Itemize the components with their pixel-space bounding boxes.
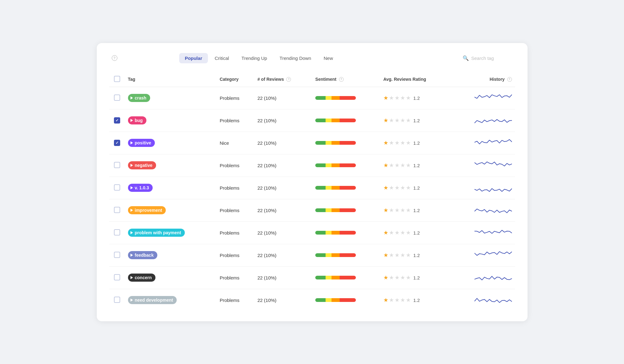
table-row: problem with payment Problems 22 (10%) ★… — [109, 221, 515, 244]
reviews-cell: 22 (10%) — [254, 289, 312, 311]
play-icon — [130, 119, 133, 122]
tab-new[interactable]: New — [318, 53, 339, 63]
history-help-icon[interactable]: ? — [507, 77, 512, 82]
play-icon — [130, 276, 133, 279]
sentiment-neutral — [326, 208, 332, 212]
tab-popular[interactable]: Popular — [179, 53, 208, 63]
table-row: feedback Problems 22 (10%) ★★★★★1.2 — [109, 244, 515, 266]
star-empty: ★ — [400, 274, 405, 281]
title-help-icon[interactable]: ? — [112, 55, 117, 61]
sentiment-positive — [315, 276, 326, 279]
sentiment-mixed — [332, 298, 340, 302]
star-rating: ★★★★★1.2 — [383, 95, 420, 101]
tag-pill[interactable]: positive — [128, 139, 155, 147]
row-checkbox[interactable] — [114, 140, 120, 146]
play-icon — [130, 209, 133, 212]
star-rating: ★★★★★1.2 — [383, 297, 420, 303]
star-empty: ★ — [406, 297, 411, 303]
row-checkbox[interactable] — [114, 207, 120, 213]
select-all-checkbox[interactable] — [114, 76, 120, 82]
search-input[interactable] — [471, 56, 515, 61]
table-row: bug Problems 22 (10%) ★★★★★1.2 — [109, 109, 515, 132]
row-checkbox-cell — [109, 177, 125, 199]
col-sentiment: Sentiment ? — [312, 72, 380, 87]
star-filled: ★ — [383, 252, 388, 259]
row-checkbox-cell — [109, 289, 125, 311]
star-empty: ★ — [395, 184, 400, 191]
sentiment-neutral — [326, 253, 332, 257]
sentiment-bar — [315, 163, 356, 167]
category-cell: Problems — [217, 289, 254, 311]
rating-cell: ★★★★★1.2 — [380, 221, 451, 244]
rating-number: 1.2 — [413, 298, 420, 303]
tag-cell: improvement — [125, 199, 217, 221]
row-checkbox[interactable] — [114, 252, 120, 258]
sentiment-bar — [315, 119, 356, 122]
search-box[interactable]: 🔍 — [463, 55, 515, 61]
star-empty: ★ — [395, 229, 400, 236]
sentiment-negative — [340, 186, 356, 190]
tag-label: feedback — [135, 253, 154, 258]
rating-number: 1.2 — [413, 208, 420, 213]
sentiment-help-icon[interactable]: ? — [339, 77, 344, 82]
rating-number: 1.2 — [413, 253, 420, 258]
tab-critical[interactable]: Critical — [209, 53, 235, 63]
tag-pill[interactable]: bug — [128, 116, 147, 124]
row-checkbox[interactable] — [114, 229, 120, 235]
tag-label: crash — [135, 95, 146, 100]
table-row: negative Problems 22 (10%) ★★★★★1.2 — [109, 154, 515, 177]
sentiment-bar — [315, 96, 356, 100]
star-empty: ★ — [395, 162, 400, 169]
row-checkbox[interactable] — [114, 117, 120, 124]
header-checkbox-cell — [109, 72, 125, 87]
row-checkbox[interactable] — [114, 162, 120, 168]
star-empty: ★ — [400, 95, 405, 101]
star-rating: ★★★★★1.2 — [383, 117, 420, 124]
sentiment-cell — [312, 221, 380, 244]
tab-bar: PopularCriticalTrending UpTrending DownN… — [179, 53, 339, 63]
tag-pill[interactable]: v. 1.0.3 — [128, 184, 153, 192]
row-checkbox[interactable] — [114, 184, 120, 191]
category-cell: Problems — [217, 177, 254, 199]
history-cell — [451, 289, 515, 311]
sparkline-svg — [474, 91, 512, 104]
table-row: positive Nice 22 (10%) ★★★★★1.2 — [109, 132, 515, 154]
sparkline-svg — [474, 226, 512, 239]
star-empty: ★ — [406, 95, 411, 101]
star-empty: ★ — [389, 184, 394, 191]
tag-pill[interactable]: crash — [128, 94, 150, 102]
row-checkbox[interactable] — [114, 274, 120, 280]
sparkline-svg — [474, 249, 512, 261]
tag-pill[interactable]: problem with payment — [128, 229, 185, 237]
sentiment-mixed — [332, 119, 340, 122]
star-filled: ★ — [383, 297, 388, 303]
star-rating: ★★★★★1.2 — [383, 252, 420, 259]
category-cell: Problems — [217, 87, 254, 109]
tag-pill[interactable]: concern — [128, 274, 155, 282]
sentiment-positive — [315, 141, 326, 145]
tag-pill[interactable]: feedback — [128, 251, 158, 259]
reviews-cell: 22 (10%) — [254, 221, 312, 244]
tag-pill[interactable]: need development — [128, 296, 177, 304]
tag-pill[interactable]: improvement — [128, 206, 166, 214]
tag-pill[interactable]: negative — [128, 161, 156, 169]
star-empty: ★ — [389, 117, 394, 124]
rating-cell: ★★★★★1.2 — [380, 132, 451, 154]
reviews-help-icon[interactable]: ? — [286, 77, 291, 82]
sentiment-cell — [312, 199, 380, 221]
tab-trending-up[interactable]: Trending Up — [236, 53, 273, 63]
header: ? PopularCriticalTrending UpTrending Dow… — [109, 53, 515, 63]
sentiment-negative — [340, 253, 356, 257]
star-empty: ★ — [389, 229, 394, 236]
rating-cell: ★★★★★1.2 — [380, 289, 451, 311]
rating-number: 1.2 — [413, 275, 420, 280]
reviews-cell: 22 (10%) — [254, 132, 312, 154]
reviews-cell: 22 (10%) — [254, 87, 312, 109]
sentiment-bar — [315, 276, 356, 279]
tag-label: need development — [135, 298, 173, 303]
sentiment-negative — [340, 208, 356, 212]
star-empty: ★ — [406, 229, 411, 236]
row-checkbox[interactable] — [114, 95, 120, 101]
row-checkbox[interactable] — [114, 297, 120, 303]
tab-trending-down[interactable]: Trending Down — [274, 53, 317, 63]
